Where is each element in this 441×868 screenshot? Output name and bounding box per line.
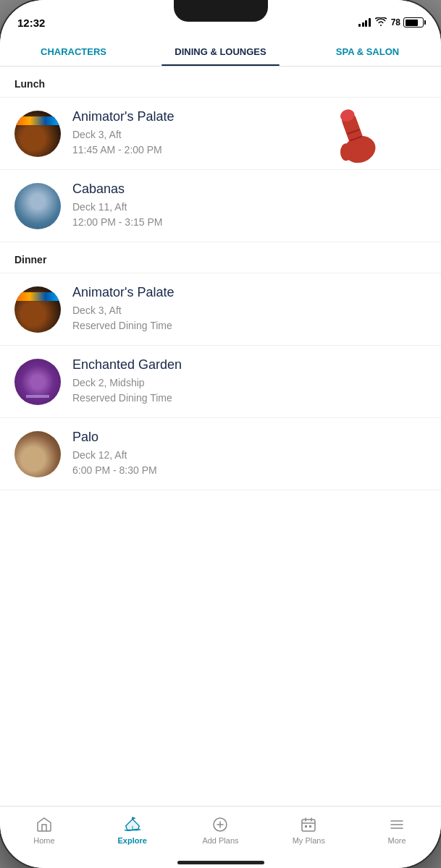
animators-palate-lunch-detail: Deck 3, Aft 11:45 AM - 2:00 PM (72, 127, 427, 158)
nav-home-label: Home (33, 836, 54, 845)
enchanted-garden-image (14, 359, 61, 405)
animators-palate-lunch-name: Animator's Palate (72, 109, 427, 124)
tabs-bar: CHARACTERS DINING & LOUNGES SPA & SALON (0, 38, 441, 67)
nav-add-plans[interactable]: Add Plans (177, 812, 265, 848)
enchanted-garden-detail: Deck 2, Midship Reserved Dining Time (72, 375, 427, 406)
status-icons: 78 (358, 17, 424, 28)
nav-my-plans[interactable]: My Plans (264, 812, 353, 848)
cabanas-image (14, 183, 61, 229)
palo-image (14, 431, 61, 477)
list-item[interactable]: Cabanas Deck 11, Aft 12:00 PM - 3:15 PM (0, 170, 441, 242)
home-indicator (0, 862, 441, 868)
palo-name: Palo (72, 430, 427, 445)
cabanas-info: Cabanas Deck 11, Aft 12:00 PM - 3:15 PM (72, 182, 427, 230)
list-item[interactable]: Animator's Palate Deck 3, Aft 11:45 AM -… (0, 98, 441, 170)
battery-icon: 78 (391, 17, 424, 27)
bottom-nav: Home Explore (0, 806, 441, 862)
section-header-lunch: Lunch (0, 67, 441, 98)
nav-my-plans-label: My Plans (293, 836, 325, 845)
list-item[interactable]: Palo Deck 12, Aft 6:00 PM - 8:30 PM (0, 418, 441, 490)
phone-shell: 12:32 78 (0, 0, 441, 868)
palo-info: Palo Deck 12, Aft 6:00 PM - 8:30 PM (72, 430, 427, 478)
wifi-icon (375, 17, 387, 28)
nav-more[interactable]: More (353, 812, 441, 848)
nav-home[interactable]: Home (0, 812, 88, 848)
animators-palate-lunch-image (14, 111, 61, 157)
scroll-content: Lunch Animator's Palate Deck 3, Aft 11:4… (0, 67, 441, 806)
tab-characters[interactable]: CHARACTERS (0, 38, 147, 66)
cabanas-name: Cabanas (72, 182, 427, 197)
section-header-dinner: Dinner (0, 242, 441, 273)
enchanted-garden-name: Enchanted Garden (72, 357, 427, 373)
tab-spa[interactable]: SPA & SALON (294, 38, 441, 66)
svg-rect-15 (305, 825, 307, 827)
list-item[interactable]: Animator's Palate Deck 3, Aft Reserved D… (0, 273, 441, 346)
tab-dining[interactable]: DINING & LOUNGES (147, 38, 294, 66)
home-icon (35, 815, 54, 834)
svg-rect-16 (309, 825, 311, 827)
enchanted-garden-info: Enchanted Garden Deck 2, Midship Reserve… (72, 357, 427, 406)
animators-palate-dinner-detail: Deck 3, Aft Reserved Dining Time (72, 303, 427, 333)
animators-palate-dinner-name: Animator's Palate (72, 285, 427, 300)
notch (174, 0, 268, 22)
menu-icon (387, 815, 406, 834)
signal-bars-icon (358, 18, 371, 27)
svg-rect-11 (302, 820, 315, 831)
status-time: 12:32 (17, 17, 45, 29)
phone-screen: 12:32 78 (0, 0, 441, 868)
animators-palate-lunch-info: Animator's Palate Deck 3, Aft 11:45 AM -… (72, 109, 427, 158)
nav-more-label: More (388, 836, 406, 845)
cabanas-detail: Deck 11, Aft 12:00 PM - 3:15 PM (72, 200, 427, 230)
list-item[interactable]: Enchanted Garden Deck 2, Midship Reserve… (0, 346, 441, 418)
calendar-icon (299, 815, 318, 834)
palo-detail: Deck 12, Aft 6:00 PM - 8:30 PM (72, 448, 427, 478)
animators-palate-dinner-info: Animator's Palate Deck 3, Aft Reserved D… (72, 285, 427, 333)
nav-explore[interactable]: Explore (88, 812, 177, 848)
ship-icon (123, 815, 142, 834)
animators-palate-dinner-image (14, 286, 61, 333)
plus-circle-icon (211, 815, 230, 834)
nav-add-plans-label: Add Plans (202, 836, 238, 845)
status-bar: 12:32 78 (0, 0, 441, 38)
nav-explore-label: Explore (118, 836, 147, 845)
